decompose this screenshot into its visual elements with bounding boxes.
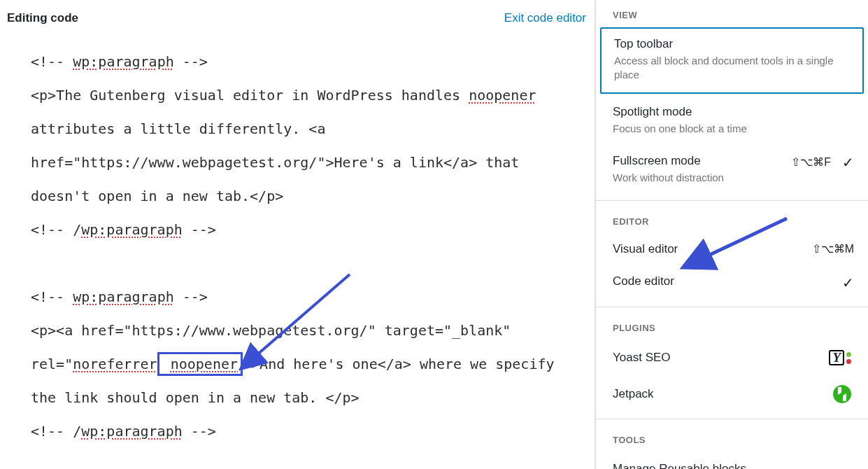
code-textarea[interactable]: <!-- wp:paragraph --> <p>The Gutenberg v… bbox=[0, 39, 595, 448]
check-icon: ✓ bbox=[842, 154, 854, 171]
yoast-seo-plugin[interactable]: Yoast SEO Y bbox=[596, 340, 868, 375]
fullscreen-shortcut: ⇧⌥⌘F bbox=[791, 155, 831, 169]
options-sidebar: VIEW Top toolbar Access all block and do… bbox=[595, 0, 868, 469]
view-section-label: VIEW bbox=[596, 0, 868, 27]
visual-shortcut: ⇧⌥⌘M bbox=[812, 242, 854, 255]
code-editor-header: Editing code Exit code editor bbox=[0, 6, 595, 39]
jetpack-icon bbox=[833, 385, 851, 403]
divider bbox=[596, 419, 868, 419]
check-icon: ✓ bbox=[842, 274, 854, 291]
manage-reusable-blocks[interactable]: Manage Reusable blocks bbox=[596, 452, 868, 469]
tools-section-label: TOOLS bbox=[596, 425, 868, 452]
editor-section-label: EDITOR bbox=[596, 206, 868, 234]
jetpack-plugin[interactable]: Jetpack bbox=[596, 375, 868, 413]
page-title: Editing code bbox=[7, 11, 78, 25]
divider bbox=[596, 307, 868, 307]
top-toolbar-option[interactable]: Top toolbar Access all block and documen… bbox=[600, 27, 864, 94]
fullscreen-mode-option[interactable]: Fullscreen mode Work without distraction… bbox=[596, 146, 868, 195]
plugins-section-label: PLUGINS bbox=[596, 313, 868, 340]
noopener-highlight: noopener bbox=[157, 352, 243, 376]
code-editor-option[interactable]: Code editor ✓ bbox=[596, 266, 868, 301]
spotlight-mode-option[interactable]: Spotlight mode Focus on one block at a t… bbox=[596, 97, 868, 146]
visual-editor-option[interactable]: Visual editor ⇧⌥⌘M bbox=[596, 234, 868, 266]
exit-code-editor-link[interactable]: Exit code editor bbox=[504, 11, 586, 25]
code-editor-panel: Editing code Exit code editor <!-- wp:pa… bbox=[0, 0, 595, 469]
divider bbox=[596, 200, 868, 201]
yoast-icon: Y bbox=[829, 350, 851, 365]
